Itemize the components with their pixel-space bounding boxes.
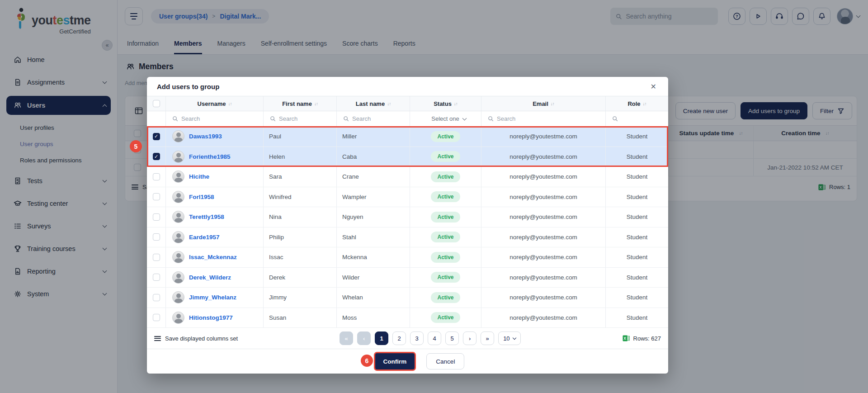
last-name-cell: Wampler — [337, 187, 410, 207]
modal-title: Add users to group — [157, 83, 649, 90]
status-badge: Active — [431, 171, 460, 182]
user-row[interactable]: Terettly1958 Nina Nguyen Active noreply@… — [147, 207, 668, 227]
avatar — [172, 151, 184, 163]
cancel-button[interactable]: Cancel — [426, 353, 464, 369]
username-link[interactable]: Terettly1958 — [189, 213, 224, 220]
user-row[interactable]: Issac_Mckennaz Issac Mckenna Active nore… — [147, 247, 668, 268]
user-row[interactable]: Hitionstog1977 Susan Moss Active noreply… — [147, 308, 668, 328]
user-row[interactable]: Jimmy_Whelanz Jimmy Whelan Active norepl… — [147, 288, 668, 308]
row-checkbox[interactable] — [153, 233, 160, 241]
next-page-button[interactable]: › — [463, 331, 476, 345]
email-cell: noreply@youtestme.com — [481, 167, 606, 187]
username-link[interactable]: Earde1957 — [189, 234, 220, 241]
first-name-cell: Jimmy — [264, 288, 337, 308]
status-badge: Active — [431, 252, 460, 263]
select-all-checkbox[interactable] — [153, 100, 160, 107]
prev-page-button[interactable]: ‹ — [357, 331, 371, 345]
email-cell: noreply@youtestme.com — [481, 247, 606, 267]
row-checkbox[interactable] — [153, 294, 160, 301]
row-checkbox[interactable] — [153, 193, 160, 200]
row-checkbox[interactable] — [153, 274, 160, 281]
page-button-4[interactable]: 4 — [428, 331, 441, 345]
role-cell: Student — [606, 207, 668, 227]
first-name-cell: Sara — [264, 167, 337, 187]
app: youtestme GetCertified « Home Assignment… — [0, 0, 868, 393]
modal-footer: Confirm Cancel — [147, 349, 668, 374]
row-checkbox[interactable] — [153, 153, 160, 160]
last-name-cell: Wilder — [337, 268, 410, 288]
row-checkbox[interactable] — [153, 254, 160, 261]
user-row[interactable]: Earde1957 Philip Stahl Active noreply@yo… — [147, 227, 668, 248]
username-link[interactable]: Jimmy_Whelanz — [189, 294, 236, 301]
username-link[interactable]: Forl1958 — [189, 194, 214, 200]
username-link[interactable]: Issac_Mckennaz — [189, 254, 237, 260]
email-search-input[interactable] — [497, 115, 597, 122]
avatar — [172, 211, 184, 223]
column-header-status[interactable]: Status↓↑ — [410, 96, 481, 111]
column-header-last-name[interactable]: Last name↓↑ — [337, 96, 410, 111]
email-cell: noreply@youtestme.com — [481, 127, 606, 147]
avatar — [172, 130, 184, 142]
status-badge: Active — [431, 131, 460, 142]
confirm-button[interactable]: Confirm — [375, 353, 415, 369]
avatar — [172, 191, 184, 203]
column-header-email[interactable]: Email↓↑ — [481, 96, 606, 111]
last-name-cell: Stahl — [337, 227, 410, 247]
last-page-button[interactable]: » — [481, 331, 494, 345]
first-name-cell: Winifred — [264, 187, 337, 207]
first-name-cell: Philip — [264, 227, 337, 247]
username-link[interactable]: Hicithe — [189, 173, 209, 180]
first-page-button[interactable]: « — [340, 331, 353, 345]
row-checkbox[interactable] — [153, 314, 160, 321]
modal-pagination-bar: Save displayed columns set « ‹ 1 2 3 4 5… — [147, 328, 668, 349]
avatar — [172, 271, 184, 284]
user-row[interactable]: Derek_Wilderz Derek Wilder Active norepl… — [147, 268, 668, 288]
row-checkbox[interactable] — [153, 213, 160, 221]
status-badge: Active — [431, 312, 460, 323]
username-link[interactable]: Derek_Wilderz — [189, 274, 231, 281]
column-header-role[interactable]: Role↓↑ — [606, 96, 668, 111]
last-name-search-input[interactable] — [352, 115, 409, 122]
last-name-cell: Nguyen — [337, 207, 410, 227]
page-button-3[interactable]: 3 — [410, 331, 424, 345]
chevron-down-icon — [512, 336, 516, 340]
column-header-username[interactable]: Username↓↑ — [166, 96, 264, 111]
first-name-cell: Helen — [264, 147, 337, 167]
first-name-search-input[interactable] — [279, 115, 335, 122]
user-row[interactable]: Forienthe1985 Helen Caba Active noreply@… — [147, 147, 668, 167]
user-row[interactable]: Dawas1993 Paul Miller Active noreply@you… — [147, 127, 668, 147]
last-name-cell: Mckenna — [337, 247, 410, 267]
save-columns-button[interactable]: Save displayed columns set — [154, 335, 238, 342]
email-cell: noreply@youtestme.com — [481, 207, 606, 227]
status-filter-select[interactable]: Select one — [431, 115, 466, 122]
first-name-cell: Nina — [264, 207, 337, 227]
user-row[interactable]: Hicithe Sara Crane Active noreply@youtes… — [147, 167, 668, 187]
status-badge: Active — [431, 212, 460, 223]
user-row[interactable]: Forl1958 Winifred Wampler Active noreply… — [147, 187, 668, 208]
username-search-input[interactable] — [181, 115, 259, 122]
first-name-cell: Derek — [264, 268, 337, 288]
close-icon[interactable]: ✕ — [649, 81, 658, 92]
page-button-1[interactable]: 1 — [375, 331, 388, 345]
page-size-select[interactable]: 10 — [498, 331, 520, 345]
email-cell: noreply@youtestme.com — [481, 187, 606, 207]
excel-export-icon[interactable] — [623, 335, 630, 342]
sort-icon: ↓↑ — [551, 101, 554, 106]
first-name-cell: Paul — [264, 127, 337, 147]
page-button-2[interactable]: 2 — [392, 331, 406, 345]
role-cell: Student — [606, 268, 668, 288]
username-link[interactable]: Hitionstog1977 — [189, 314, 233, 321]
avatar — [172, 231, 184, 243]
username-link[interactable]: Forienthe1985 — [189, 153, 231, 160]
modal-table-filters: Select one — [147, 111, 668, 127]
status-badge: Active — [431, 232, 460, 242]
page-button-5[interactable]: 5 — [445, 331, 459, 345]
add-users-modal: Add users to group ✕ Username↓↑ First na… — [147, 77, 668, 374]
avatar — [172, 170, 184, 183]
row-checkbox[interactable] — [153, 133, 160, 140]
row-checkbox[interactable] — [153, 173, 160, 180]
column-header-first-name[interactable]: First name↓↑ — [264, 96, 337, 111]
annotation-step-5: 5 — [130, 140, 142, 152]
username-link[interactable]: Dawas1993 — [189, 133, 222, 140]
status-badge: Active — [431, 292, 460, 303]
